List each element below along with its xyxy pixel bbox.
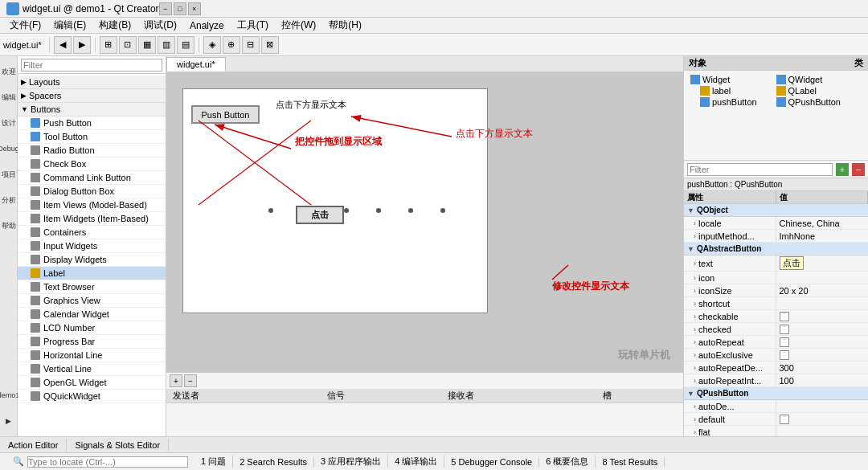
widget-item[interactable]: Check Box [18,157,166,171]
prop-name: ›inputMethod... [684,230,776,242]
add-signal-btn[interactable]: + [170,374,182,387]
props-filter-input[interactable] [687,163,833,176]
prop-value[interactable]: 点击 [776,255,869,271]
prop-value[interactable] [776,310,869,322]
widget-item[interactable]: Input Widgets [18,239,166,253]
toolbar-btn-1[interactable]: ⊞ [100,36,117,54]
prop-value[interactable] [776,413,869,425]
left-panel-bottom-item[interactable]: demo1 [2,383,16,407]
widget-icon [31,350,40,360]
prop-checkbox[interactable] [780,312,789,321]
bottom-tab[interactable]: Action Editor [0,439,67,452]
widget-item[interactable]: LCD Number [18,321,166,335]
left-panel-item[interactable]: 设计 [2,111,16,135]
menu-item[interactable]: 控件(W) [275,17,322,34]
tree-row[interactable]: label QLabel [687,85,865,96]
toolbar-btn-fwd[interactable]: ▶ [73,36,91,54]
prop-value[interactable] [776,323,869,335]
prop-checkbox[interactable] [780,350,789,360]
locate-input[interactable] [27,456,188,468]
status-item[interactable]: 6 概要信息 [539,456,596,468]
props-remove-btn[interactable]: − [852,163,865,176]
widget-category[interactable]: ▶Layouts [18,76,166,89]
widget-item[interactable]: Item Widgets (Item-Based) [18,212,166,226]
widget-item[interactable]: Radio Button [18,144,166,157]
widget-item[interactable]: Display Widgets [18,253,166,267]
prop-value[interactable] [776,336,869,348]
menu-item[interactable]: 文件(F) [3,17,47,34]
status-item[interactable]: 3 应用程序输出 [314,456,388,468]
widget-item[interactable]: Dialog Button Box [18,185,166,198]
minimize-button[interactable]: − [159,2,172,15]
left-panel-bottom-item[interactable]: ▶ [2,409,16,433]
prop-checkbox[interactable] [780,415,789,424]
widget-item[interactable]: Push Button [18,116,166,130]
object-inspector-class-title: 类 [854,57,863,69]
widget-item[interactable]: Tool Button [18,130,166,144]
widget-category[interactable]: ▼Buttons [18,103,166,116]
widget-item[interactable]: Horizontal Line [18,349,166,362]
design-placed-button[interactable]: 点击 [296,206,344,224]
widget-item[interactable]: Calendar Widget [18,308,166,321]
menu-item[interactable]: 编辑(E) [47,17,92,34]
toolbar-btn-back[interactable]: ◀ [54,36,72,54]
prop-group[interactable]: ▼QAbstractButton [684,243,868,255]
widget-item[interactable]: Label [18,267,166,280]
left-panel-item[interactable]: 帮助 [2,214,16,238]
prop-group[interactable]: ▼QPushButton [684,387,868,400]
widget-item[interactable]: Item Views (Model-Based) [18,198,166,212]
toolbar-btn-3[interactable]: ▦ [138,36,156,54]
left-panel-item[interactable]: 编辑 [2,85,16,109]
maximize-button[interactable]: □ [174,2,186,15]
status-item[interactable]: 2 Search Results [233,457,314,467]
prop-value[interactable] [776,349,869,361]
status-item[interactable]: 8 Test Results [596,457,665,467]
left-panel-item[interactable]: 分析 [2,188,16,212]
widget-filter-input[interactable] [21,59,162,72]
toolbar-btn-4[interactable]: ▥ [158,36,175,54]
toolbar-btn-5[interactable]: ▤ [177,36,194,54]
widget-item[interactable]: Command Link Button [18,171,166,185]
widget-item[interactable]: Vertical Line [18,362,166,376]
toolbar-btn-9[interactable]: ⊠ [261,36,279,54]
close-button[interactable]: × [188,2,201,15]
canvas-tab-widget[interactable]: widget.ui* [166,57,226,72]
widget-item[interactable]: Progress Bar [18,335,166,349]
widget-item[interactable]: Containers [18,226,166,239]
menu-item[interactable]: Analyze [183,18,231,33]
widget-item[interactable]: Text Browser [18,280,166,294]
props-add-btn[interactable]: + [836,163,849,176]
design-pushbutton[interactable]: Push Button [191,105,260,124]
toolbar-btn-6[interactable]: ◈ [203,36,221,54]
canvas-content[interactable]: Push Button 点击下方显示文本 点击 [166,72,683,436]
prop-value: 20 x 20 [776,284,869,296]
widget-item[interactable]: QQuickWidget [18,390,166,403]
menu-item[interactable]: 调试(D) [137,17,183,34]
status-item[interactable]: 1 问题 [194,456,233,468]
signals-col-header: 槽 [596,389,682,403]
remove-signal-btn[interactable]: − [184,374,197,387]
widget-item[interactable]: OpenGL Widget [18,376,166,390]
status-item[interactable]: 5 Debugger Console [444,457,539,467]
menu-item[interactable]: 帮助(H) [322,17,368,34]
status-item[interactable]: 4 编译输出 [388,456,444,468]
widget-category[interactable]: ▶Spacers [18,89,166,103]
toolbar-btn-7[interactable]: ⊕ [223,36,240,54]
prop-value-text[interactable]: 点击 [780,256,804,270]
tree-row[interactable]: Widget QWidget [687,74,865,85]
toolbar-btn-8[interactable]: ⊟ [242,36,260,54]
toolbar-btn-2[interactable]: ⊡ [119,36,137,54]
menu-item[interactable]: 工具(T) [231,17,275,34]
prop-name: ›flat [684,426,776,436]
prop-group[interactable]: ▼QObject [684,204,868,217]
widget-item[interactable]: Graphics View [18,294,166,308]
widget-icon [31,173,40,182]
left-panel-item[interactable]: 欢迎 [2,59,16,84]
menu-item[interactable]: 构建(B) [92,17,137,34]
prop-checkbox[interactable] [780,325,789,334]
prop-checkbox[interactable] [780,337,789,347]
tree-row[interactable]: pushButton QPushButton [687,96,865,108]
left-panel-item[interactable]: Debug [2,137,16,161]
left-panel-item[interactable]: 项目 [2,162,16,186]
bottom-tab[interactable]: Signals & Slots Editor [67,439,169,452]
